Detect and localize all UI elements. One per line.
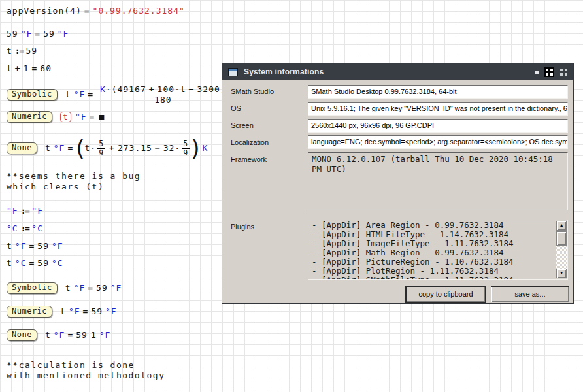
fraction-numerator: 5 [183,140,188,148]
unit-token: °F [99,331,111,340]
scrollbar-thumb[interactable] [556,231,567,246]
field-smath-studio[interactable]: SMath Studio Desktop 0.99.7632.3184, 64-… [308,85,568,99]
open-paren: ( [76,139,84,159]
plugins-scrollbar[interactable]: ▲ ▼ [556,221,567,278]
close-button[interactable] [560,69,567,76]
math-token: t [65,284,71,293]
math-region-none-1[interactable]: None t°F= ( t· 59 + 273.15 − 32· 59 ) K [7,135,208,161]
fraction-denominator: 180 [97,95,229,105]
math-region-f-assign[interactable]: °F:=°F [7,206,43,216]
plugin-list-item: - [AppDir] Math Region - 0.99.7632.3184 [312,248,556,257]
equals-operator: = [29,242,35,251]
plugin-list-item: - [AppDir] SMathFileType - 1.11.7632.318… [312,276,556,280]
math-token: 273.15 [118,144,152,153]
symbolic-toggle-button[interactable]: Symbolic [7,89,58,101]
unit-token: °F [7,206,18,216]
fraction: K·(49167+100·t−3200) 180 [97,85,229,105]
scrollbar-up-button[interactable]: ▲ [556,221,567,231]
plus-operator: + [149,85,155,94]
math-region-symbolic-1[interactable]: Symbolic t°F= K·(49167+100·t−3200) 180 [7,82,229,107]
math-token: t [45,144,51,153]
math-token: 32· [163,144,180,153]
unit-token: °F [75,112,87,122]
field-screen[interactable]: 2560x1440 px, 96x96 dpi, 96 GP.CDPI [308,119,568,133]
plus-operator: + [109,144,115,153]
plugins-list: - [AppDir] Area Region - 0.99.7632.3184 … [308,221,556,280]
field-localization[interactable]: language=ENG; dec.symbol=<period>; arg.s… [308,135,568,149]
unit-token: °F [21,29,33,39]
plugins-list-box[interactable]: - [AppDir] Area Region - 0.99.7632.3184 … [308,220,568,280]
scrollbar-down-button[interactable]: ▼ [556,269,567,278]
numeric-toggle-button[interactable]: Numeric [7,306,52,318]
unit-token: °F [74,284,86,293]
unit-token: °C [7,224,18,233]
note-line: **calculation is done [7,360,165,370]
math-region-appversion[interactable]: appVersion(4)="0.99.7632.3184" [7,7,185,16]
unit-token: K [100,85,106,94]
save-as-button[interactable]: save as... [491,286,569,302]
math-token: 59 [37,242,49,251]
math-token: appVersion(4) [7,7,82,16]
plugin-list-item: - [AppDir] PlotRegion - 1.11.7632.3184 [312,267,556,276]
equals-operator: = [67,144,73,153]
field-framework[interactable]: MONO 6.12.0.107 (tarball Thu 10 Dec 2020… [308,152,568,210]
symbolic-toggle-button[interactable]: Symbolic [7,282,58,294]
text-region-bug-note[interactable]: **seems there is a bug which clears (t) [7,171,141,192]
unit-token: °C [31,224,43,233]
math-region-59f[interactable]: 59°F=59°F [7,29,69,39]
math-region-tc-eval[interactable]: t°C=59°C [7,259,63,268]
none-toggle-button[interactable]: None [7,142,37,154]
equals-operator: = [88,90,93,99]
label-plugins: Plugins [231,223,254,231]
dialog-titlebar[interactable]: System informations [222,63,573,80]
none-toggle-button[interactable]: None [7,329,37,341]
minus-operator: − [189,85,195,94]
math-token: 59 [43,29,55,39]
unit-token: °C [52,259,63,268]
fraction-denominator: 9 [182,148,190,157]
system-informations-dialog: System informations SMath Studio SMath S… [222,63,574,304]
fraction-numerator: 5 [99,140,104,148]
plugin-list-item: - [AppDir] ImageFileType - 1.11.7632.318… [312,239,556,248]
string-value: "0.99.7632.3184" [93,7,185,16]
math-token: 100·t [158,85,186,94]
math-token: t [7,259,12,268]
label-framework: Framework [231,155,267,163]
numeric-toggle-button[interactable]: Numeric [7,111,52,123]
math-token: 59 [91,307,103,316]
equals-operator: = [83,307,89,316]
dialog-title: System informations [244,67,535,76]
assign-operator: := [21,206,29,216]
minimize-button[interactable] [535,71,539,74]
math-region-tf-eval[interactable]: t°F=59°F [7,242,63,251]
math-token: 59 [37,259,49,268]
math-token: 60 [40,64,52,73]
math-region-numeric-2[interactable]: Numeric t°F=59°F [7,306,117,318]
maximize-button[interactable] [544,67,554,77]
unit-token: °F [54,331,65,340]
math-region-t-plus-1[interactable]: t+1=60 [7,64,52,73]
unit-token: °F [110,284,122,293]
math-region-none-2[interactable]: None t°F=591°F [7,329,110,341]
assign-operator: := [21,224,29,233]
error-variable: t [60,112,71,122]
math-region-t-assign[interactable]: t:=59 [7,46,37,56]
unit-token: °F [52,242,63,251]
math-token: t [7,46,12,56]
unit-token: °F [58,29,69,39]
text-region-methodology-note[interactable]: **calculation is done with mentioned met… [7,360,165,381]
worksheet-canvas[interactable]: appVersion(4)="0.99.7632.3184" 59°F=59°F… [0,0,583,392]
fraction: 59 [182,140,190,157]
note-line: **seems there is a bug [7,171,141,182]
unit-token: °F [105,307,117,316]
math-token: t [45,331,51,340]
unit-token: °F [31,206,43,216]
math-region-numeric-1[interactable]: Numeric t°F=■ [7,111,105,123]
plugin-list-item: - [AppDir] HTMLFileType - 1.14.7632.3184 [312,230,556,239]
math-region-c-assign[interactable]: °C:=°C [7,224,43,233]
label-os: OS [231,105,241,112]
field-os[interactable]: Unix 5.9.16.1; The given key "VERSION_ID… [308,102,568,116]
equals-operator: = [35,29,41,39]
copy-to-clipboard-button[interactable]: copy to clipboard [406,286,486,302]
math-region-symbolic-2[interactable]: Symbolic t°F=59°F [7,282,122,294]
